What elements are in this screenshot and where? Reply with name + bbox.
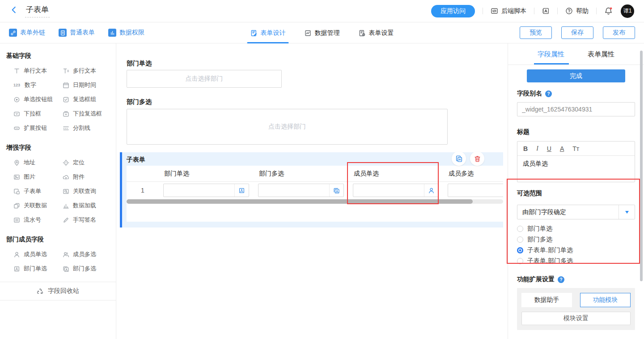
backend-script-button[interactable]: 后端脚本 bbox=[491, 7, 526, 15]
field-alias-input[interactable] bbox=[517, 102, 635, 116]
back-button[interactable] bbox=[10, 6, 18, 14]
help-icon[interactable]: ? bbox=[545, 90, 552, 97]
number-icon: 123 bbox=[13, 83, 21, 87]
range-options: 部门单选 部门多选 子表单.部门单选 子表单.部门多选 bbox=[517, 223, 635, 266]
extension-settings-label-row: 功能扩展设置 ? bbox=[517, 275, 635, 283]
sidebar-item-checkbox-group[interactable]: 复选框组 bbox=[63, 92, 112, 107]
sidebar-item-number[interactable]: 123数字 bbox=[13, 78, 63, 92]
sidebar-item-attachment[interactable]: 附件 bbox=[63, 170, 112, 184]
toolbar-links: 表单外链 普通表单 数据权限 bbox=[9, 29, 144, 37]
form-toolbar: 表单外链 普通表单 数据权限 表单设计 数据管理 表单设置 预览 保存 发布 bbox=[0, 22, 644, 43]
user-avatar[interactable]: 谭1 bbox=[621, 4, 634, 18]
question-icon bbox=[565, 7, 573, 15]
radio-subform-dept-single[interactable]: 子表单.部门单选 bbox=[517, 245, 635, 256]
radio-subform-dept-multi[interactable]: 子表单.部门多选 bbox=[517, 256, 635, 266]
radio-dept-single[interactable]: 部门单选 bbox=[517, 223, 635, 234]
member-single-picker-icon[interactable] bbox=[424, 184, 438, 197]
tab-form-settings[interactable]: 表单设置 bbox=[359, 22, 394, 43]
form-settings-icon bbox=[359, 30, 366, 37]
sidebar-item-image[interactable]: 图片 bbox=[13, 170, 63, 184]
range-select[interactable]: 由部门字段确定 bbox=[517, 205, 635, 219]
title-value-text[interactable]: 成员单选 bbox=[517, 156, 635, 172]
sidebar-item-dept-multi[interactable]: 部门多选 bbox=[63, 262, 112, 276]
column-header-member-single: 成员单选 bbox=[348, 170, 443, 178]
duplicate-widget-button[interactable] bbox=[452, 151, 466, 166]
tab-form-design[interactable]: 表单设计 bbox=[250, 22, 286, 43]
column-header-member-multi: 成员多选 bbox=[443, 170, 503, 178]
cell-dept-single bbox=[159, 184, 254, 197]
data-assistant-button[interactable]: 数据助手 bbox=[521, 293, 572, 307]
subform-table: 部门单选 部门多选 成员单选 成员多选 1 bbox=[127, 166, 503, 222]
sidebar-item-address[interactable]: 地址 bbox=[13, 155, 63, 170]
sidebar-item-location[interactable]: 定位 bbox=[63, 155, 112, 170]
dept-multi-picker[interactable]: 点击选择部门 bbox=[127, 109, 448, 145]
tab-field-properties[interactable]: 字段属性 bbox=[538, 43, 564, 65]
divider-line-icon bbox=[63, 125, 69, 132]
member-single-cell-input[interactable] bbox=[353, 184, 439, 197]
save-button[interactable]: 保存 bbox=[561, 26, 593, 39]
underline-button[interactable]: U bbox=[547, 145, 551, 152]
tab-form-properties[interactable]: 表单属性 bbox=[588, 43, 614, 65]
sidebar-item-extend-button[interactable]: 扩展按钮 bbox=[13, 121, 63, 135]
code-icon bbox=[491, 7, 498, 15]
panel-scrollbar-thumb[interactable] bbox=[640, 51, 643, 281]
page-title[interactable]: 子表单 bbox=[25, 4, 50, 17]
address-book-button[interactable] bbox=[542, 7, 550, 15]
member-multi-cell-input[interactable] bbox=[448, 184, 503, 197]
basic-fields-grid: 单行文本 多行文本 123数字 日期时间 单选按钮组 复选框组 下拉框 下拉复选… bbox=[0, 64, 116, 135]
radio-icon bbox=[517, 258, 523, 264]
publish-button[interactable]: 发布 bbox=[603, 26, 635, 39]
form-external-link-button[interactable]: 表单外链 bbox=[9, 29, 45, 37]
sidebar-item-select[interactable]: 下拉框 bbox=[13, 107, 63, 121]
dept-multi-cell-input[interactable] bbox=[258, 184, 344, 197]
field-recycle-bin[interactable]: 字段回收站 bbox=[0, 282, 116, 300]
tab-data-management[interactable]: 数据管理 bbox=[305, 22, 340, 43]
dept-single-icon bbox=[13, 266, 20, 272]
sidebar-item-member-multi[interactable]: 成员多选 bbox=[63, 247, 112, 262]
module-settings-button[interactable]: 模块设置 bbox=[521, 312, 631, 325]
sidebar-item-serial-number[interactable]: 流水号 bbox=[13, 213, 63, 227]
notifications-button[interactable] bbox=[604, 7, 613, 15]
sidebar-item-dept-single[interactable]: 部门单选 bbox=[13, 262, 63, 276]
select-caret-box bbox=[619, 205, 635, 219]
bold-button[interactable]: B bbox=[523, 145, 528, 152]
preview-button[interactable]: 预览 bbox=[520, 26, 552, 39]
chevron-down-icon bbox=[625, 211, 629, 214]
delete-widget-button[interactable] bbox=[470, 151, 484, 166]
font-color-button[interactable]: A bbox=[560, 145, 564, 152]
sidebar-item-signature[interactable]: 手写签名 bbox=[63, 213, 112, 227]
sidebar-item-linked-data[interactable]: 关联数据 bbox=[13, 198, 63, 213]
normal-form-button[interactable]: 普通表单 bbox=[59, 29, 95, 37]
subform-widget-selected[interactable]: 子表单 部门单选 部门多选 成员单选 成员多选 1 bbox=[120, 152, 503, 227]
help-button[interactable]: 帮助 bbox=[565, 7, 589, 15]
sidebar-item-multi-line-text[interactable]: 多行文本 bbox=[63, 64, 112, 78]
top-header: 子表单 应用访问 后端脚本 帮助 谭1 bbox=[0, 0, 644, 22]
form-design-icon bbox=[250, 30, 258, 37]
sidebar-item-multi-select[interactable]: 下拉复选框 bbox=[63, 107, 112, 121]
divider bbox=[534, 8, 534, 14]
section-title-enhanced-fields: 增强字段 bbox=[6, 144, 110, 152]
scrollbar-thumb[interactable] bbox=[127, 199, 473, 204]
data-permission-button[interactable]: 数据权限 bbox=[108, 29, 144, 37]
done-button[interactable]: 完成 bbox=[527, 69, 625, 82]
cell-dept-multi bbox=[254, 184, 348, 197]
italic-button[interactable]: I bbox=[536, 145, 538, 152]
dept-multi-picker-icon[interactable] bbox=[329, 184, 343, 197]
help-icon[interactable]: ? bbox=[558, 276, 564, 283]
editor-toolbar: B I U A Tт bbox=[517, 142, 635, 156]
dept-single-picker[interactable]: 点击选择部门 bbox=[127, 70, 282, 88]
dept-single-picker-icon[interactable] bbox=[234, 184, 249, 197]
sidebar-item-member-single[interactable]: 成员单选 bbox=[13, 247, 63, 262]
function-module-button[interactable]: 功能模块 bbox=[580, 293, 631, 307]
dept-single-cell-input[interactable] bbox=[163, 184, 249, 197]
sidebar-item-datetime[interactable]: 日期时间 bbox=[63, 78, 112, 92]
sidebar-item-subform[interactable]: 子表单 bbox=[13, 184, 63, 198]
font-size-button[interactable]: Tт bbox=[572, 145, 579, 152]
sidebar-item-linked-query[interactable]: 关联查询 bbox=[63, 184, 112, 198]
sidebar-item-single-line-text[interactable]: 单行文本 bbox=[13, 64, 63, 78]
sidebar-item-divider-line[interactable]: 分割线 bbox=[63, 121, 112, 135]
sidebar-item-data-load[interactable]: 数据加载 bbox=[63, 198, 112, 213]
radio-dept-multi[interactable]: 部门多选 bbox=[517, 234, 635, 245]
app-access-button[interactable]: 应用访问 bbox=[431, 5, 475, 17]
sidebar-item-radio-group[interactable]: 单选按钮组 bbox=[13, 92, 63, 107]
